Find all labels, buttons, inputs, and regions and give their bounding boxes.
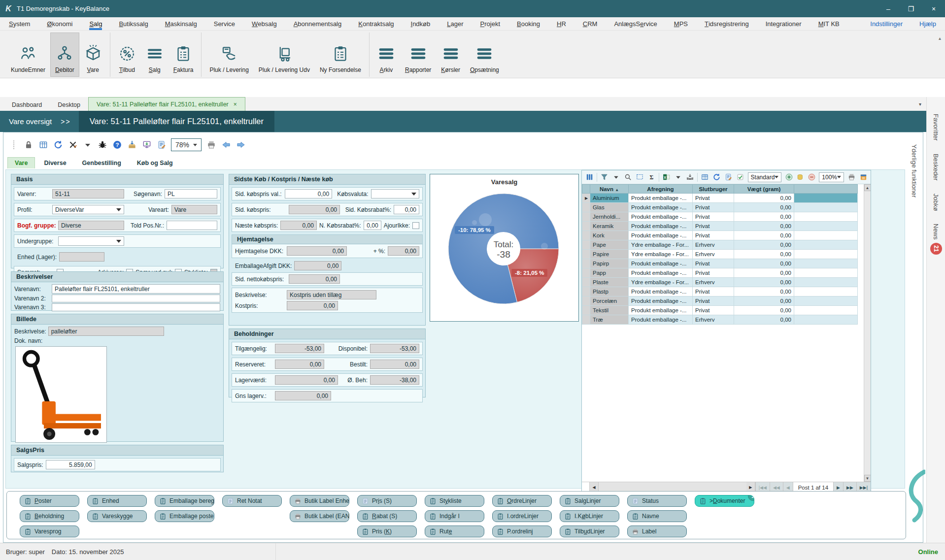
toolbar-icon[interactable]: [38, 140, 48, 150]
function-button[interactable]: TilbudLinjer: [560, 526, 619, 537]
cell-navn[interactable]: Kork: [590, 231, 629, 240]
function-button[interactable]: Pris (K): [357, 526, 417, 537]
cell-slutbruger[interactable]: Erhverv: [693, 278, 734, 287]
enhed-lager-field[interactable]: [59, 252, 104, 262]
toolbar-icon[interactable]: [82, 140, 93, 150]
table-row[interactable]: Jernholdi... Produkt emballage -... Priv…: [582, 212, 858, 222]
cell-slutbruger[interactable]: Erhverv: [693, 250, 734, 259]
sid-netto-field[interactable]: 0,00: [289, 274, 340, 284]
menu-item[interactable]: MPS: [674, 17, 688, 30]
toolbar-icon[interactable]: [53, 140, 63, 150]
maximize-button[interactable]: ❐: [900, 0, 922, 17]
cell-slutbruger[interactable]: Privat: [693, 203, 734, 212]
function-button[interactable]: Pris (S): [357, 495, 417, 507]
tab-close-icon[interactable]: ×: [234, 101, 237, 108]
grid-toolbar-icon[interactable]: [724, 173, 733, 182]
grid-toolbar-icon[interactable]: [796, 173, 805, 182]
grid-toolbar-icon[interactable]: [784, 173, 793, 182]
menu-item[interactable]: Maskinsalg: [165, 17, 197, 30]
ribbon-button[interactable]: Faktura: [169, 33, 199, 77]
cell-slutbruger[interactable]: Privat: [693, 259, 734, 268]
ribbon-button[interactable]: Tilbud: [113, 33, 141, 77]
emballageafgift-field[interactable]: 0,00: [294, 261, 341, 270]
bestilt-field[interactable]: 0,00: [370, 360, 419, 369]
menu-item[interactable]: Service: [214, 17, 235, 30]
cell-navn[interactable]: Træ: [590, 315, 629, 325]
varenavn3-field[interactable]: [52, 303, 220, 311]
cell-afregning[interactable]: Produkt emballage -...: [629, 296, 693, 306]
grid-toolbar-icon[interactable]: [712, 173, 721, 182]
menu-item[interactable]: Tidsregistrering: [705, 17, 749, 30]
cell-vaegt[interactable]: 0,00: [734, 287, 794, 296]
layout-select[interactable]: Standard: [748, 172, 782, 182]
col-header-slutbruger[interactable]: Slutbruger: [693, 185, 734, 194]
toolbar-icon[interactable]: [221, 140, 231, 150]
cell-vaegt[interactable]: 0,00: [734, 278, 794, 287]
kost-beskrivelse-field[interactable]: Kostpris uden tillæg: [287, 290, 376, 299]
lagervaerdi-field[interactable]: 0,00: [275, 375, 338, 385]
cell-afregning[interactable]: Produkt emballage -...: [629, 306, 693, 315]
disponibel-field[interactable]: -53,00: [370, 344, 419, 353]
cell-vaegt[interactable]: 0,00: [734, 194, 794, 203]
grid-toolbar-icon[interactable]: [847, 173, 856, 182]
table-row[interactable]: Tekstil Produkt emballage -... Privat 0,…: [582, 306, 858, 315]
bogf-gruppe-field[interactable]: Diverse: [58, 221, 124, 230]
grid-toolbar-icon[interactable]: [611, 173, 620, 182]
table-row[interactable]: Pape Ydre emballage - For... Erhverv 0,0…: [582, 240, 858, 250]
sid-kobsrabat-field[interactable]: 0,00: [394, 205, 419, 214]
menu-item[interactable]: Abonnementsalg: [294, 17, 342, 30]
cell-afregning[interactable]: Produkt emballage -...: [629, 212, 693, 222]
toolbar-icon[interactable]: [141, 140, 152, 150]
grid-toolbar-icon[interactable]: [600, 173, 608, 182]
function-button[interactable]: OrdreLinjer: [492, 495, 552, 507]
cell-vaegt[interactable]: 0,00: [734, 240, 794, 250]
breadcrumb-parent[interactable]: Vare oversigt: [0, 111, 61, 132]
menu-item[interactable]: HR: [557, 17, 566, 30]
cell-slutbruger[interactable]: Privat: [693, 287, 734, 296]
document-tab[interactable]: Desktop: [50, 99, 88, 111]
function-button[interactable]: Varesprog: [20, 526, 79, 537]
gns-lagerv-field[interactable]: 0,00: [275, 391, 331, 400]
grid-zoom-select[interactable]: 100%: [819, 172, 844, 182]
col-header-afregning[interactable]: Afregning: [629, 185, 693, 194]
profil-select[interactable]: DiverseVar: [52, 205, 124, 214]
cell-vaegt[interactable]: 0,00: [734, 268, 794, 278]
toolbar-icon[interactable]: [97, 140, 107, 150]
cell-vaegt[interactable]: 0,00: [734, 250, 794, 259]
menu-item[interactable]: Indkøb: [411, 17, 431, 30]
record-tab[interactable]: Køb og Salg: [130, 158, 180, 168]
toolbar-icon[interactable]: [68, 140, 78, 150]
ribbon-button[interactable]: KundeEmner: [6, 33, 50, 77]
menu-item[interactable]: Hjælp: [919, 17, 936, 30]
cell-afregning[interactable]: Ydre emballage - For...: [629, 278, 693, 287]
table-row[interactable]: Papirp Produkt emballage -... Privat 0,0…: [582, 259, 858, 268]
function-button[interactable]: Butik Label (EAN: [290, 510, 349, 522]
function-button[interactable]: Vareskygge: [87, 510, 147, 522]
ribbon-button[interactable]: Arkiv: [372, 33, 400, 77]
menu-item[interactable]: Butikssalg: [119, 17, 148, 30]
function-button[interactable]: Stykliste: [425, 495, 484, 507]
cell-navn[interactable]: Plastp: [590, 287, 629, 296]
toolbar-icon[interactable]: [236, 140, 246, 150]
table-row[interactable]: Papp Produkt emballage -... Privat 0,00: [582, 268, 858, 278]
ribbon-button[interactable]: Ny Forsendelse: [315, 33, 366, 77]
obeh-field[interactable]: -38,00: [370, 375, 419, 385]
side-strip-item[interactable]: Beskeder: [932, 154, 940, 181]
cell-navn[interactable]: Jernholdi...: [590, 212, 629, 222]
function-button[interactable]: Emballage poste: [155, 510, 214, 522]
menu-item[interactable]: CRM: [583, 17, 598, 30]
function-button[interactable]: Beholdning: [20, 510, 79, 522]
ribbon-button[interactable]: Vare: [79, 33, 107, 77]
cell-afregning[interactable]: Produkt emballage -...: [629, 194, 693, 203]
table-row[interactable]: Porcelæn Produkt emballage -... Privat 0…: [582, 296, 858, 306]
menu-item[interactable]: Salg: [89, 17, 102, 30]
cell-vaegt[interactable]: 0,00: [734, 203, 794, 212]
grid-toolbar-icon[interactable]: [736, 173, 745, 182]
grid-toolbar-icon[interactable]: [674, 173, 682, 182]
cell-afregning[interactable]: Produkt emballage -...: [629, 315, 693, 325]
cell-afregning[interactable]: Ydre emballage - For...: [629, 250, 693, 259]
table-row[interactable]: Keramik Produkt emballage -... Privat 0,…: [582, 222, 858, 231]
cell-slutbruger[interactable]: Privat: [693, 306, 734, 315]
col-header-navn[interactable]: Navn ▲: [590, 185, 629, 194]
grid-toolbar-icon[interactable]: [623, 173, 632, 182]
